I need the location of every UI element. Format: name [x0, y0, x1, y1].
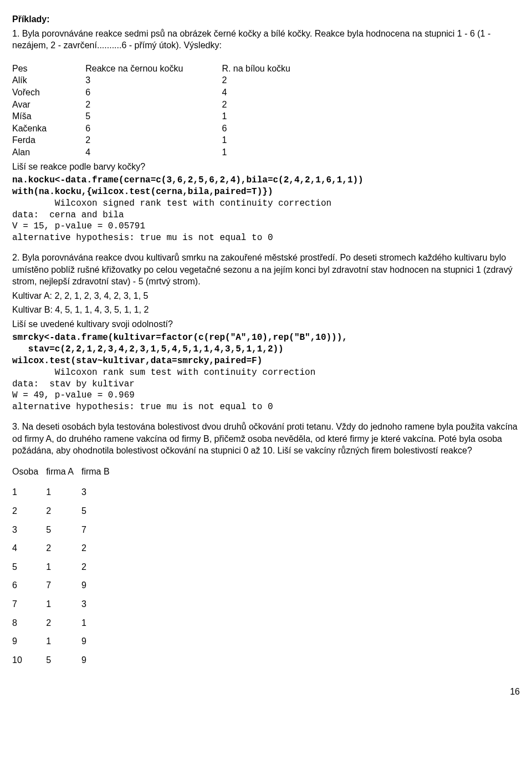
table-row: Míša51	[12, 110, 329, 123]
table-row: 512	[12, 558, 117, 577]
heading: Příklady:	[12, 13, 520, 26]
ex1-code-line: na.kocku<-data.frame(cerna=c(3,6,2,5,6,2…	[12, 175, 520, 186]
page-number: 16	[12, 686, 520, 698]
col-osoba: Osoba	[12, 462, 46, 483]
ex1-output-line: Wilcoxon signed rank test with continuit…	[12, 198, 520, 210]
ex2-output-line: W = 49, p-value = 0.969	[12, 390, 520, 401]
ex2-kultivar-a: Kultivar A: 2, 2, 1, 2, 3, 4, 2, 3, 1, 5	[12, 290, 520, 302]
ex2-output-line: alternative hypothesis: true mu is not e…	[12, 401, 520, 413]
table-row: 225	[12, 502, 117, 521]
ex2-output-line: data: stav by kultivar	[12, 379, 520, 390]
ex1-code-line: with(na.kocku,{wilcox.test(cerna,bila,pa…	[12, 186, 520, 198]
table-row: 821	[12, 614, 117, 633]
ex1-output-line: V = 15, p-value = 0.05791	[12, 221, 520, 232]
ex2-code-line: stav=c(2,2,1,2,3,4,2,3,1,5,4,5,1,1,4,3,5…	[12, 344, 520, 355]
ex1-output-line: alternative hypothesis: true mu is not e…	[12, 232, 520, 244]
col-firma-b: firma B	[81, 462, 117, 483]
ex2-output-line: Wilcoxon rank sum test with continuity c…	[12, 367, 520, 379]
table-header-row: Pes Reakce na černou kočku R. na bílou k…	[12, 63, 329, 75]
table-row: 713	[12, 595, 117, 614]
ex2-para: 2. Byla porovnávána reakce dvou kultivar…	[12, 252, 520, 288]
ex1-output-line: data: cerna and bila	[12, 210, 520, 221]
ex2-code-line: wilcox.test(stav~kultivar,data=smrcky,pa…	[12, 355, 520, 367]
table-row: 113	[12, 483, 117, 502]
table-row: Avar22	[12, 99, 329, 111]
col-pes: Pes	[12, 63, 85, 75]
table-header-row: Osoba firma A firma B	[12, 462, 117, 483]
table-row: 357	[12, 521, 117, 539]
table-row: Alík32	[12, 74, 329, 86]
table-row: 919	[12, 632, 117, 651]
table-row: 422	[12, 539, 117, 558]
col-firma-a: firma A	[46, 462, 81, 483]
col-bila: R. na bílou kočku	[222, 63, 329, 75]
ex2-code-line: smrcky<-data.frame(kultivar=factor(c(rep…	[12, 332, 520, 344]
table-row: 679	[12, 576, 117, 595]
table-row: Ferda21	[12, 134, 329, 146]
table-row: Alan41	[12, 146, 329, 159]
table-row: Kačenka66	[12, 123, 329, 135]
ex3-table: Osoba firma A firma B 113 225 357 422 51…	[12, 462, 117, 670]
ex1-table: Pes Reakce na černou kočku R. na bílou k…	[12, 63, 329, 159]
ex1-question: Liší se reakce podle barvy kočky?	[12, 161, 520, 173]
table-row: 1059	[12, 651, 117, 670]
ex2-question: Liší se uvedené kultivary svoji odolnost…	[12, 318, 520, 330]
col-cerna: Reakce na černou kočku	[85, 63, 222, 75]
ex3-para: 3. Na deseti osobách byla testována bole…	[12, 421, 520, 457]
table-row: Vořech64	[12, 86, 329, 99]
ex1-intro: 1. Byla porovnáváne reakce sedmi psů na …	[12, 28, 520, 52]
ex2-kultivar-b: Kultivar B: 4, 5, 1, 1, 4, 3, 5, 1, 1, 2	[12, 304, 520, 316]
